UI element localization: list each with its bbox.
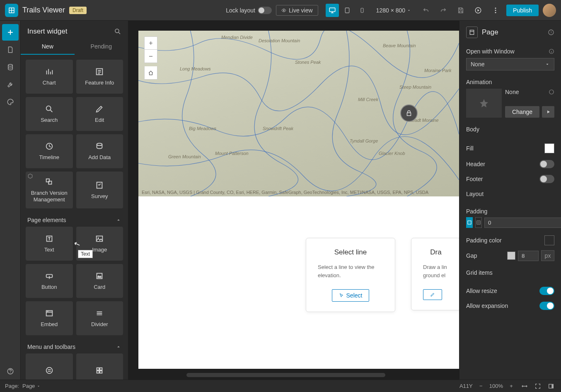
zoom-out-button[interactable]: − [476, 381, 486, 391]
allow-expansion-toggle[interactable] [539, 302, 554, 310]
widget-button[interactable]: Button [26, 264, 73, 298]
card-draw-line[interactable]: Dra Draw a lin ground el [411, 238, 459, 310]
padding-color-swatch[interactable] [544, 235, 554, 245]
map-zoom-out-button[interactable] [144, 50, 157, 63]
live-view-button[interactable]: Live view [276, 5, 318, 16]
page-selector-label: Page: [5, 383, 19, 389]
widget-add-data[interactable]: Add Data [76, 134, 123, 168]
map-widget[interactable]: Mendian Divide Desolation Mountain Stone… [138, 31, 459, 196]
widget-timeline[interactable]: Timeline [26, 134, 73, 168]
widget-edit[interactable]: Edit [76, 97, 123, 131]
kebab-icon [492, 7, 499, 14]
fit-width-button[interactable] [520, 381, 530, 391]
a11y-label[interactable]: A11Y [459, 383, 473, 389]
gap-unit[interactable]: px [541, 250, 554, 261]
zoom-in-button[interactable]: + [506, 381, 516, 391]
save-button[interactable] [454, 4, 467, 17]
footer-label: Footer [466, 176, 483, 182]
widget-menu[interactable] [26, 353, 73, 380]
padding-mode-independent[interactable] [475, 217, 482, 228]
widget-embed[interactable]: Embed [26, 301, 73, 335]
animation-change-button[interactable]: Change [505, 106, 539, 118]
section-page-elements[interactable]: Page elements [26, 213, 123, 227]
card-body: Draw a lin ground el [423, 263, 449, 279]
widget-card[interactable]: Card [76, 264, 123, 298]
header-toggle[interactable] [539, 160, 554, 168]
footer-toggle[interactable] [539, 175, 554, 183]
rail-page-button[interactable] [2, 41, 19, 58]
lock-layout-toggle[interactable]: Lock layout [226, 7, 272, 14]
widget-survey[interactable]: Survey [76, 172, 123, 208]
widget-image[interactable]: Image [76, 227, 123, 261]
help-icon[interactable]: ? [548, 29, 554, 36]
publish-button[interactable]: Publish [506, 5, 539, 16]
widget-branch-version[interactable]: Branch Version Management [26, 172, 73, 208]
map-label: Mill Creek [358, 97, 378, 102]
animation-play-button[interactable] [542, 106, 554, 118]
gap-link-button[interactable] [507, 252, 515, 260]
widget-feature-info[interactable]: Feature Info [76, 60, 123, 94]
open-with-window-select[interactable]: None [466, 58, 554, 70]
svg-point-11 [115, 29, 119, 33]
rail-utilities-button[interactable] [2, 76, 19, 93]
play-circle-icon [474, 7, 482, 14]
map-home-button[interactable] [144, 66, 157, 80]
info-icon[interactable] [549, 89, 554, 95]
page-selector[interactable]: Page [22, 383, 41, 389]
chevron-down-icon [545, 62, 550, 67]
zoom-level[interactable]: 100% [489, 383, 503, 389]
allow-resize-toggle[interactable] [539, 287, 554, 295]
text-icon [45, 234, 54, 243]
device-tablet-button[interactable] [341, 4, 354, 17]
search-icon[interactable] [114, 28, 121, 35]
rail-help-button[interactable] [2, 363, 19, 380]
map-label: Desolation Mountain [259, 38, 300, 43]
horizontal-scrollbar[interactable] [186, 373, 385, 377]
padding-input[interactable] [484, 218, 561, 228]
rail-data-button[interactable] [2, 59, 19, 75]
widget-divider[interactable]: Divider [76, 301, 123, 335]
draw-button[interactable] [423, 289, 442, 300]
wrench-icon [7, 81, 14, 88]
widget-chart[interactable]: Chart [26, 60, 73, 94]
tab-new[interactable]: New [21, 39, 75, 55]
fill-color-swatch[interactable] [544, 143, 554, 153]
user-avatar[interactable] [543, 4, 556, 17]
pointer-icon [339, 293, 344, 298]
canvas-page[interactable]: Mendian Divide Desolation Mountain Stone… [138, 31, 459, 369]
section-menu-toolbars[interactable]: Menu and toolbars [26, 340, 123, 353]
preview-button[interactable] [472, 4, 485, 17]
minus-icon [148, 53, 154, 59]
map-label: Tyndall Gorge [350, 138, 378, 143]
home-icon [148, 70, 154, 76]
undo-button[interactable] [419, 4, 433, 17]
widget-search[interactable]: Search [26, 97, 73, 131]
eye-icon [281, 8, 286, 13]
svg-rect-1 [329, 8, 335, 12]
more-button[interactable] [489, 4, 502, 17]
map-attribution: Esri, NASA, NGA, USGS | Grand County, CO… [142, 190, 456, 195]
map-label: Mount Patterson [215, 151, 249, 156]
gap-input[interactable] [518, 251, 539, 261]
widget-text[interactable]: Text [26, 227, 73, 261]
select-button[interactable]: Select [332, 289, 370, 302]
rail-theme-button[interactable] [2, 94, 19, 110]
tab-pending[interactable]: Pending [75, 39, 128, 55]
map-zoom-in-button[interactable] [144, 36, 157, 50]
redo-button[interactable] [437, 4, 450, 17]
widget-grid-toolbar[interactable] [76, 353, 123, 380]
fit-screen-button[interactable] [533, 381, 543, 391]
svg-rect-26 [97, 368, 99, 370]
padding-mode-uniform[interactable] [466, 217, 473, 228]
card-select-line[interactable]: Select line Select a line to view the el… [306, 238, 395, 312]
viewport-size-dropdown[interactable]: 1280 × 800 [376, 7, 411, 14]
device-mobile-button[interactable] [355, 4, 369, 17]
info-icon[interactable] [549, 48, 554, 54]
rail-insert-button[interactable] [2, 24, 19, 41]
device-desktop-button[interactable] [326, 4, 339, 17]
toggle-right-panel-button[interactable] [546, 381, 556, 391]
svg-rect-36 [468, 221, 471, 224]
map-label: Glacier Knob [379, 151, 405, 156]
lock-layout-switch[interactable] [258, 7, 272, 14]
cards-region: Select line Select a line to view the el… [138, 196, 459, 369]
